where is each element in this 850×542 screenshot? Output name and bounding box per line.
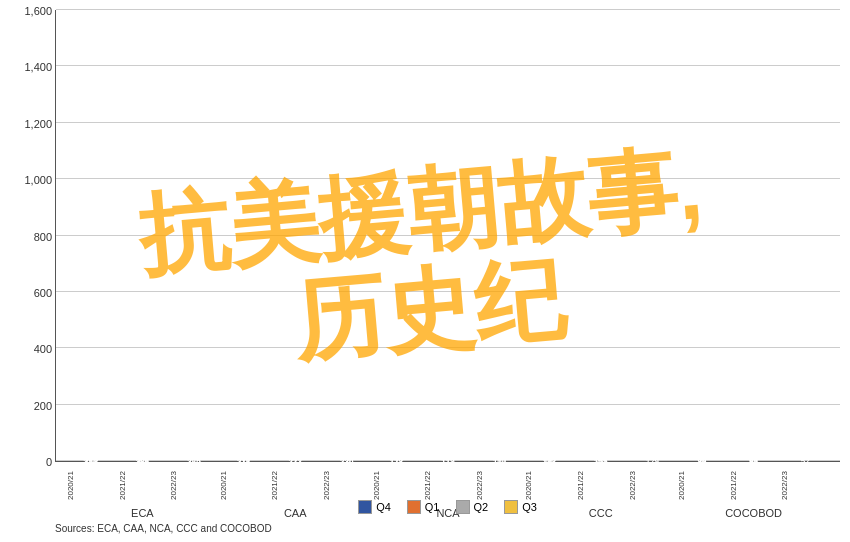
y-axis-label: 800	[4, 231, 52, 243]
bar-value-label: 57	[780, 457, 830, 466]
bar-value-label: 76	[677, 457, 727, 466]
bar-value-label: 220	[322, 457, 372, 466]
bar-value-label: 179	[628, 457, 678, 466]
y-axis-label: 1,200	[4, 118, 52, 130]
bar-value-label: 3	[322, 457, 372, 466]
bar-value-label: 3 3	[118, 457, 168, 466]
y-axis-label: 1,000	[4, 174, 52, 186]
bar-value-label: 376	[66, 457, 116, 466]
bar-value-label: 68	[729, 457, 779, 466]
bar-value-label: 84	[729, 457, 779, 466]
legend-label-q1: Q1	[425, 501, 440, 513]
bar-value-label: 87	[729, 457, 779, 466]
y-axis-label: 200	[4, 400, 52, 412]
bar-value-label: 123	[372, 457, 422, 466]
bar-value-label: 370	[118, 457, 168, 466]
bar-value-label: 1/6	[524, 457, 574, 466]
legend-item-q1: Q1	[407, 500, 440, 514]
bar-value-label: 143	[524, 457, 574, 466]
bar-value-label: 195	[576, 457, 626, 466]
bar-value-label: 221	[219, 457, 269, 466]
bar-value-label: 107	[475, 457, 525, 466]
bar-value-label: 82	[677, 457, 727, 466]
legend-label-q2: Q2	[474, 501, 489, 513]
bar-value-label: 214	[219, 457, 269, 466]
legend-swatch-q3	[504, 500, 518, 514]
chart-area: 02004006008001,0001,2001,4001,60034422 3…	[55, 10, 840, 462]
bar-value-label: 2 2	[576, 457, 626, 466]
legend-swatch-q2	[456, 500, 470, 514]
bar-value-label: 230	[322, 457, 372, 466]
bar-value-label: 357	[66, 457, 116, 466]
bar-value-label: 55	[729, 457, 779, 466]
y-axis-label: 0	[4, 456, 52, 468]
bar-value-label: 231	[270, 457, 320, 466]
bar-value-label: 110	[475, 457, 525, 466]
legend-item-q2: Q2	[456, 500, 489, 514]
y-axis-label: 1,600	[4, 5, 52, 17]
chart-container: 02004006008001,0001,2001,4001,60034422 3…	[0, 0, 850, 542]
legend-item-q4: Q4	[358, 500, 391, 514]
y-axis-label: 400	[4, 343, 52, 355]
bar-value-label: 344	[66, 457, 116, 466]
bar-value-label: 155	[576, 457, 626, 466]
bar-value-label: 119	[423, 457, 473, 466]
bar-value-label: 182	[524, 457, 574, 466]
source-label: Sources: ECA, CAA, NCA, CCC and COCOBOD	[55, 523, 272, 534]
bar-value-label: 213	[270, 457, 320, 466]
bar-value-label: 90	[677, 457, 727, 466]
bar-value-label: 364	[118, 457, 168, 466]
bar-value-label: 117	[423, 457, 473, 466]
bar-value-label: 375	[169, 457, 219, 466]
legend-label-q4: Q4	[376, 501, 391, 513]
bar-value-label: 157	[576, 457, 626, 466]
bar-value-label: 118	[372, 457, 422, 466]
bar-value-label: 360	[169, 457, 219, 466]
bar-value-label: 366	[118, 457, 168, 466]
legend-swatch-q1	[407, 500, 421, 514]
bar-value-label: 22 3	[66, 457, 116, 466]
legend-label-q3: Q3	[522, 501, 537, 513]
bar-groups: 34422 33573763663 33643703603752020/2120…	[56, 10, 840, 461]
legend-item-q3: Q3	[504, 500, 537, 514]
bar-value-label: 218	[219, 457, 269, 466]
legend-swatch-q4	[358, 500, 372, 514]
legend: Q4Q1Q2Q3	[55, 500, 840, 514]
y-axis-label: 1,400	[4, 61, 52, 73]
y-axis-label: 600	[4, 287, 52, 299]
bar-value-label: 74	[677, 457, 727, 466]
